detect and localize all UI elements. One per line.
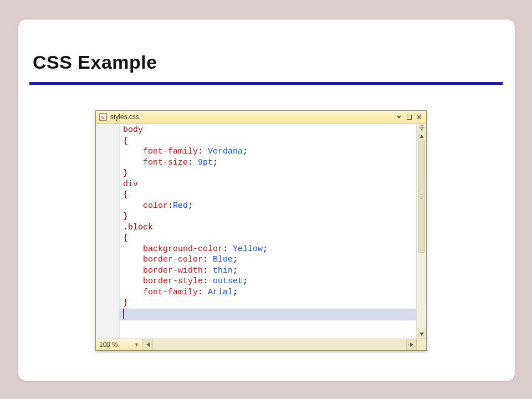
editor-body: body{ font-family: Verdana; font-size: 9… [96, 124, 426, 339]
title-rule [29, 82, 503, 85]
stylesheet-file-icon: A [99, 113, 107, 121]
close-button[interactable] [415, 113, 423, 121]
text-caret [123, 309, 124, 319]
slide: CSS Example A styles.css [18, 19, 515, 381]
line-gutter [96, 124, 120, 339]
editor-window: A styles.css body{ font-family: Verdana;… [95, 110, 427, 351]
svg-rect-3 [407, 115, 411, 119]
svg-marker-2 [397, 116, 401, 119]
split-handle-icon[interactable] [417, 124, 426, 132]
editor-filename: styles.css [110, 113, 139, 121]
zoom-dropdown[interactable]: 100 % ▼ [96, 339, 143, 350]
svg-marker-10 [420, 332, 424, 336]
code-area[interactable]: body{ font-family: Verdana; font-size: 9… [120, 124, 416, 339]
svg-marker-12 [410, 342, 413, 347]
svg-text:A: A [100, 115, 104, 120]
scroll-down-button[interactable] [417, 329, 426, 339]
editor-titlebar: A styles.css [96, 111, 426, 124]
chevron-down-icon: ▼ [134, 342, 139, 347]
maximize-button[interactable] [405, 113, 413, 121]
vertical-scroll-thumb[interactable] [418, 141, 425, 253]
svg-marker-6 [420, 125, 423, 126]
scrollbar-corner [416, 339, 426, 350]
current-line-highlight [120, 309, 416, 320]
scroll-left-button[interactable] [143, 339, 153, 350]
svg-marker-11 [146, 342, 150, 347]
horizontal-scrollbar[interactable] [143, 339, 416, 350]
code-text[interactable]: body{ font-family: Verdana; font-size: 9… [120, 124, 416, 309]
editor-statusbar: 100 % ▼ [96, 339, 426, 350]
svg-rect-7 [419, 127, 424, 128]
vertical-scrollbar[interactable] [416, 124, 426, 339]
vertical-scroll-track[interactable] [417, 141, 426, 329]
svg-marker-8 [420, 129, 423, 130]
window-menu-button[interactable] [395, 113, 403, 121]
scroll-up-button[interactable] [417, 131, 426, 141]
svg-marker-9 [420, 135, 424, 138]
zoom-value: 100 % [99, 341, 118, 349]
slide-title: CSS Example [33, 52, 157, 73]
scroll-right-button[interactable] [406, 339, 416, 350]
